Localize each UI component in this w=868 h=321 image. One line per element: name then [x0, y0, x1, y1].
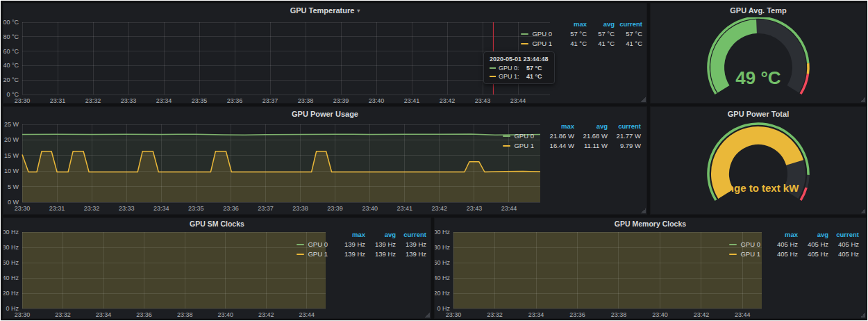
x-axis-tick-label: 23:42 [432, 205, 448, 212]
legend-series-name[interactable]: GPU 0 [521, 30, 559, 38]
panel-title-gpu-sm-clocks[interactable]: GPU SM Clocks [3, 218, 431, 229]
series-color-swatch-icon [490, 67, 496, 69]
x-axis-tick-label: 23:33 [119, 205, 135, 212]
tooltip-timestamp: 2020-05-01 23:44:48 [490, 56, 549, 63]
x-axis-tick-label: 23:32 [84, 205, 100, 212]
y-axis-tick-label: 80 °C [3, 33, 19, 40]
legend-header-spacer [297, 231, 335, 238]
series-color-swatch-icon [729, 244, 737, 245]
x-axis-tick-label: 23:36 [223, 205, 239, 212]
legend-stat-value: 405 Hz [828, 240, 859, 248]
panel-resize-handle[interactable] [860, 97, 865, 102]
series-color-swatch-icon [503, 135, 510, 137]
legend-column-header[interactable]: current [608, 122, 641, 130]
series-area [22, 232, 326, 308]
x-axis-tick-label: 23:36 [227, 97, 243, 103]
tooltip-series-row: GPU 0:57 °C [490, 65, 549, 72]
panel-resize-handle[interactable] [641, 208, 646, 213]
legend-stat-value: 139 Hz [365, 240, 396, 248]
x-axis-tick-label: 23:41 [397, 205, 412, 212]
x-axis-tick-label: 23:44 [735, 311, 751, 318]
series-color-swatch-icon [490, 76, 496, 77]
x-axis-tick-label: 23:35 [192, 97, 208, 103]
legend-column-header[interactable]: current [396, 231, 426, 238]
legend-stat-value: 9.79 W [608, 142, 641, 149]
x-axis-tick-label: 23:43 [467, 205, 483, 212]
x-axis-tick-label: 23:41 [404, 97, 420, 103]
legend-stat-value: 57 °C [587, 30, 615, 38]
legend-header-spacer [729, 231, 767, 238]
panel-resize-handle[interactable] [641, 97, 646, 102]
legend-column-header[interactable]: avg [587, 20, 615, 28]
panel-title-gpu-power-usage[interactable]: GPU Power Usage [3, 107, 646, 121]
panel-gpu-sm-clocks: GPU SM Clocks 0 Hz20 Hz40 Hz60 Hz80 Hz10… [3, 217, 431, 319]
panel-gpu-power-total: GPU Power Total range to text kW [650, 106, 867, 215]
legend-column-header[interactable]: avg [365, 231, 396, 238]
panel-resize-handle[interactable] [860, 208, 865, 213]
legend-column-header[interactable]: max [335, 231, 365, 238]
y-axis-tick-label: 60 °C [3, 48, 19, 55]
legend-column-header[interactable]: current [615, 20, 642, 28]
legend-series-name[interactable]: GPU 0 [729, 240, 767, 248]
gauge-value-text: 49 °C [735, 67, 781, 88]
panel-gpu-avg-temp: GPU Avg. Temp 49 °C [650, 3, 867, 104]
y-axis-tick-label: 40 °C [3, 62, 19, 69]
tooltip-series-name: GPU 0: [499, 65, 519, 72]
x-axis-tick-label: 23:38 [177, 311, 193, 318]
panel-title-text: GPU Memory Clocks [615, 220, 686, 228]
x-axis-tick-label: 23:30 [15, 205, 31, 212]
legend-stat-value: 405 Hz [767, 240, 798, 248]
panel-title-text: GPU Avg. Temp [730, 6, 787, 15]
series-color-swatch-icon [521, 43, 528, 44]
legend-column-header[interactable]: max [559, 20, 587, 28]
legend-gpu-power-usage: maxavgcurrentGPU 021.86 W21.68 W21.77 WG… [503, 122, 641, 149]
legend-series-name[interactable]: GPU 1 [297, 250, 335, 258]
legend-column-header[interactable]: max [541, 122, 574, 130]
y-axis-tick-label: 100 Hz [3, 229, 19, 236]
legend-series-name[interactable]: GPU 1 [521, 40, 559, 47]
gauge-threshold-arc [808, 63, 808, 74]
panel-gpu-memory-clocks: GPU Memory Clocks 0 Hz20 Hz40 Hz60 Hz80 … [434, 217, 867, 319]
x-axis-tick-label: 23:30 [15, 311, 31, 318]
x-axis-tick-label: 23:35 [188, 205, 204, 212]
legend-column-header[interactable]: max [767, 231, 798, 238]
series-area [453, 232, 762, 308]
x-axis-tick-label: 23:37 [258, 205, 274, 212]
x-axis-tick-label: 23:34 [96, 311, 112, 318]
x-axis-tick-label: 23:30 [446, 311, 462, 318]
x-axis-tick-label: 23:39 [327, 205, 343, 212]
legend-series-name[interactable]: GPU 0 [297, 240, 335, 248]
panel-resize-handle[interactable] [425, 313, 430, 318]
gauge-gpu-avg-temp: 49 °C [651, 17, 866, 103]
legend-series-name[interactable]: GPU 1 [503, 142, 541, 149]
series-label: GPU 0 [514, 132, 534, 140]
y-axis-tick-label: 40 Hz [435, 274, 450, 281]
gauge-threshold-arc [806, 175, 808, 188]
legend-stat-value: 16.44 W [541, 142, 574, 149]
x-axis-tick-label: 23:37 [262, 97, 278, 103]
panel-title-gpu-memory-clocks[interactable]: GPU Memory Clocks [435, 218, 866, 229]
legend-stat-value: 41 °C [587, 40, 615, 47]
panel-resize-handle[interactable] [860, 313, 865, 318]
chevron-down-icon[interactable]: ▾ [357, 8, 360, 14]
tooltip-series-row: GPU 1:41 °C [490, 73, 549, 80]
panel-title-text: GPU SM Clocks [190, 220, 244, 228]
legend-column-header[interactable]: current [828, 231, 859, 238]
x-axis-tick-label: 23:40 [652, 311, 668, 318]
legend-stat-value: 41 °C [559, 40, 587, 47]
legend-stat-value: 139 Hz [335, 240, 365, 248]
y-axis-tick-label: 20 °C [3, 76, 19, 83]
legend-column-header[interactable]: avg [798, 231, 828, 238]
legend-series-name[interactable]: GPU 0 [503, 132, 541, 140]
x-axis-tick-label: 23:40 [369, 97, 385, 103]
panel-title-gpu-power-total[interactable]: GPU Power Total [651, 107, 866, 121]
x-axis-tick-label: 23:30 [15, 97, 31, 103]
graph-tooltip: 2020-05-01 23:44:48 GPU 0:57 °CGPU 1:41 … [483, 51, 555, 84]
legend-stat-value: 57 °C [559, 30, 587, 38]
panel-title-gpu-temperature[interactable]: GPU Temperature ▾ [3, 3, 646, 17]
legend-series-name[interactable]: GPU 1 [729, 250, 767, 258]
x-axis-tick-label: 23:42 [440, 97, 456, 103]
y-axis-tick-label: 10 W [4, 167, 19, 174]
legend-column-header[interactable]: avg [574, 122, 608, 130]
panel-title-gpu-avg-temp[interactable]: GPU Avg. Temp [651, 3, 866, 17]
